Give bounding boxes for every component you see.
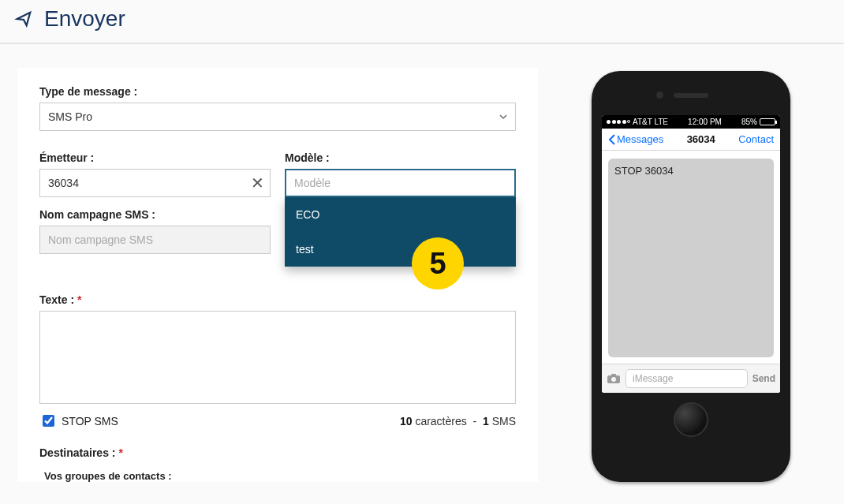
back-button[interactable]: Messages — [608, 133, 663, 145]
compose-send[interactable]: Send — [753, 373, 775, 384]
battery-pct: 85% — [741, 118, 757, 126]
emitter-input[interactable] — [39, 169, 271, 197]
phone-preview: AT&T LTE 12:00 PM 85% Messages 36034 Con… — [592, 71, 790, 482]
message-type-label: Type de message : — [39, 85, 516, 98]
model-option-test[interactable]: test — [285, 232, 516, 267]
model-option-eco[interactable]: ECO — [285, 197, 516, 232]
model-input[interactable] — [285, 169, 516, 197]
battery-icon — [760, 118, 775, 125]
compose-bar: iMessage Send — [602, 364, 780, 393]
recipients-label: Destinataires : * — [39, 446, 516, 459]
page-header: Envoyer — [0, 0, 844, 44]
phone-camera-dot — [656, 91, 663, 99]
chevron-left-icon — [608, 134, 615, 145]
char-counter: 10 caractères - 1 SMS — [400, 415, 516, 427]
contact-button[interactable]: Contact — [738, 133, 774, 145]
model-label: Modèle : — [285, 151, 516, 164]
groups-label: Vos groupes de contacts : — [44, 470, 516, 482]
emitter-label: Émetteur : — [39, 151, 271, 164]
svg-point-2 — [611, 377, 616, 382]
clear-icon[interactable]: ✕ — [251, 175, 264, 191]
camera-icon[interactable] — [607, 373, 621, 384]
phone-statusbar: AT&T LTE 12:00 PM 85% — [602, 115, 780, 129]
stop-sms-row[interactable]: STOP SMS — [39, 413, 118, 429]
step-badge: 5 — [412, 237, 464, 289]
send-icon — [14, 10, 33, 28]
compose-input[interactable]: iMessage — [626, 369, 748, 388]
home-button[interactable] — [674, 402, 708, 437]
page-title: Envoyer — [44, 6, 125, 32]
signal-icon — [607, 120, 630, 124]
svg-rect-1 — [611, 374, 616, 376]
carrier-label: AT&T LTE — [633, 118, 668, 126]
campaign-input[interactable] — [39, 226, 271, 254]
stop-sms-label: STOP SMS — [62, 415, 118, 427]
stop-sms-checkbox[interactable] — [43, 415, 54, 427]
status-time: 12:00 PM — [688, 118, 722, 126]
message-bubble: STOP 36034 — [608, 159, 774, 357]
text-label: Texte : * — [39, 293, 516, 306]
message-type-select[interactable] — [39, 103, 516, 131]
send-form-panel: Type de message : Émetteur : ✕ Nom campa… — [17, 68, 538, 482]
text-textarea[interactable] — [39, 311, 516, 404]
campaign-label: Nom campagne SMS : — [39, 208, 271, 221]
phone-speaker — [674, 93, 708, 98]
phone-navbar: Messages 36034 Contact — [602, 129, 780, 151]
model-dropdown: ECO test — [285, 197, 516, 267]
conversation-title: 36034 — [687, 133, 715, 145]
